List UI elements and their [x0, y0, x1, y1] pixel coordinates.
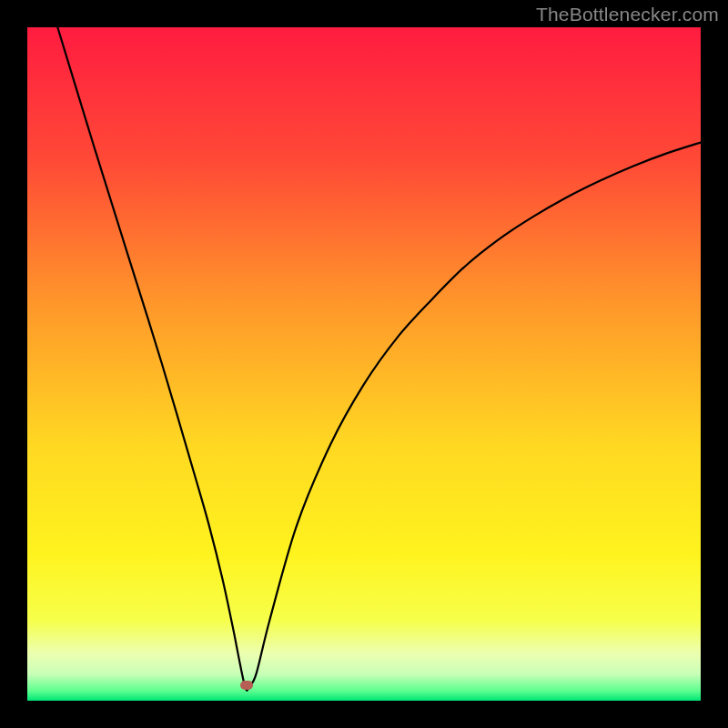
optimum-marker [240, 681, 253, 690]
plot-area [27, 27, 701, 701]
chart-svg [27, 27, 701, 701]
chart-frame: TheBottlenecker.com [0, 0, 728, 728]
gradient-background [27, 27, 701, 701]
watermark-text: TheBottlenecker.com [536, 4, 719, 25]
